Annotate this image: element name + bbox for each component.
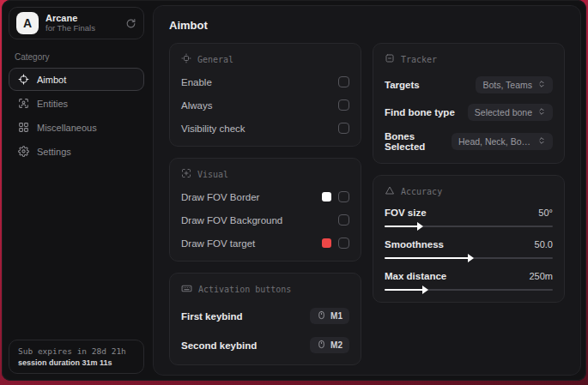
focus-icon [181, 53, 191, 65]
sidebar-item-label: Settings [37, 147, 71, 157]
app-window: A Arcane for The Finals Category Aimbot [2, 0, 586, 381]
sidebar-item-label: Miscellaneous [37, 123, 97, 133]
section-title: General [197, 55, 233, 64]
section-title: Tracker [401, 55, 437, 64]
mouse-icon [317, 310, 326, 322]
keybind-value: M2 [330, 340, 342, 350]
section-activation-buttons: Activation buttons First keybind M1 [169, 273, 361, 365]
draw-fov-background-checkbox[interactable] [338, 214, 349, 226]
setting-label: FOV size [385, 208, 427, 218]
slider-value: 250m [529, 271, 553, 281]
draw-fov-target-checkbox[interactable] [338, 238, 349, 249]
setting-label: Targets [385, 80, 420, 90]
select-value: Selected bone [475, 107, 532, 117]
first-keybind-button[interactable]: M1 [310, 308, 349, 324]
main-panel: Aimbot General Enable [153, 5, 581, 376]
setting-row-visibility-check: Visibility check [181, 122, 349, 135]
subscription-status: Sub expires in 28d 21h session duration … [9, 340, 144, 374]
sidebar: A Arcane for The Finals Category Aimbot [2, 0, 151, 381]
section-accuracy: Accuracy FOV size 50° Smoothness [373, 175, 565, 303]
sidebar-item-settings[interactable]: Settings [9, 140, 144, 163]
crosshair-icon [18, 74, 29, 85]
bones-selected-select[interactable]: Head, Neck, Body, Pe... [452, 133, 553, 150]
app-logo: A [16, 12, 39, 34]
find-bone-type-select[interactable]: Selected bone [468, 104, 553, 121]
chevrons-updown-icon [537, 80, 546, 90]
sidebar-item-label: Aimbot [37, 75, 66, 85]
setting-row-targets: Targets Bots, Teams [385, 76, 553, 93]
setting-row-find-bone-type: Find bone type Selected bone [385, 104, 553, 121]
sidebar-item-label: Entities [37, 99, 68, 109]
setting-label: Draw FOV Background [181, 215, 282, 226]
slider-value: 50° [538, 208, 553, 218]
setting-row-draw-fov-target: Draw FOV target [181, 237, 349, 250]
session-duration-text: session duration 31m 11s [18, 358, 135, 367]
section-visual: Visual Draw FOV Border Draw FOV Backgrou… [169, 158, 361, 262]
enable-checkbox[interactable] [338, 76, 349, 87]
smoothness-slider[interactable] [385, 257, 553, 259]
setting-row-draw-fov-border: Draw FOV Border [181, 190, 349, 203]
setting-label: Second keybind [181, 340, 257, 351]
setting-row-first-keybind: First keybind M1 [181, 308, 349, 324]
select-value: Bots, Teams [482, 80, 532, 90]
setting-label: Enable [181, 77, 212, 87]
refresh-icon[interactable] [125, 18, 136, 29]
section-title: Activation buttons [198, 285, 291, 294]
setting-label: Find bone type [385, 107, 455, 117]
category-label: Category [15, 52, 138, 62]
setting-row-enable: Enable [181, 75, 349, 88]
setting-label: Visibility check [181, 123, 246, 134]
scan-icon [385, 53, 395, 65]
triangle-icon [385, 185, 395, 197]
setting-row-smoothness: Smoothness 50.0 [385, 239, 553, 259]
keyboard-icon [181, 283, 192, 296]
sub-expiry-text: Sub expires in 28d 21h [18, 346, 135, 356]
setting-label: First keybind [181, 311, 243, 322]
slider-fill [385, 257, 469, 259]
setting-label: Smoothness [385, 239, 444, 250]
sidebar-item-entities[interactable]: Entities [9, 92, 144, 115]
section-tracker: Tracker Targets Bots, Teams [373, 43, 565, 164]
setting-row-second-keybind: Second keybind M2 [181, 337, 349, 353]
keybind-value: M1 [330, 311, 342, 321]
page-title: Aimbot [169, 19, 565, 32]
select-value: Head, Neck, Body, Pe... [458, 136, 532, 147]
second-keybind-button[interactable]: M2 [310, 337, 349, 353]
chevrons-updown-icon [537, 107, 546, 117]
section-title: Accuracy [401, 187, 442, 196]
entities-icon [18, 98, 29, 109]
slider-fill [385, 226, 418, 227]
chevrons-updown-icon [537, 136, 546, 147]
color-swatch[interactable] [322, 192, 331, 202]
visibility-check-checkbox[interactable] [338, 123, 349, 134]
slider-fill [385, 289, 423, 291]
max-distance-slider[interactable] [385, 289, 553, 291]
section-general: General Enable Always Visibility check [169, 43, 361, 147]
sidebar-item-miscellaneous[interactable]: Miscellaneous [9, 116, 144, 139]
setting-row-fov-size: FOV size 50° [385, 208, 553, 227]
mouse-icon [317, 340, 326, 351]
grid-icon [18, 122, 29, 133]
color-swatch[interactable] [322, 238, 331, 248]
app-subtitle: for The Finals [45, 24, 118, 33]
setting-label: Draw FOV target [181, 238, 255, 249]
sidebar-item-aimbot[interactable]: Aimbot [9, 68, 144, 91]
gear-icon [18, 146, 29, 157]
setting-label: Max distance [385, 271, 446, 281]
app-header: A Arcane for The Finals [9, 7, 144, 39]
always-checkbox[interactable] [338, 99, 349, 111]
setting-row-bones-selected: Bones Selected Head, Neck, Body, Pe... [385, 131, 553, 152]
draw-fov-border-checkbox[interactable] [338, 191, 349, 202]
setting-label: Bones Selected [385, 131, 452, 152]
setting-row-max-distance: Max distance 250m [385, 271, 553, 291]
fov-size-slider[interactable] [385, 226, 553, 227]
eye-focus-icon [181, 168, 191, 180]
setting-label: Always [181, 100, 212, 111]
setting-label: Draw FOV Border [181, 192, 259, 202]
slider-value: 50.0 [535, 239, 553, 250]
setting-row-draw-fov-background: Draw FOV Background [181, 214, 349, 226]
targets-select[interactable]: Bots, Teams [476, 76, 553, 93]
setting-row-always: Always [181, 99, 349, 111]
section-title: Visual [197, 170, 228, 179]
app-name: Arcane [45, 13, 118, 24]
